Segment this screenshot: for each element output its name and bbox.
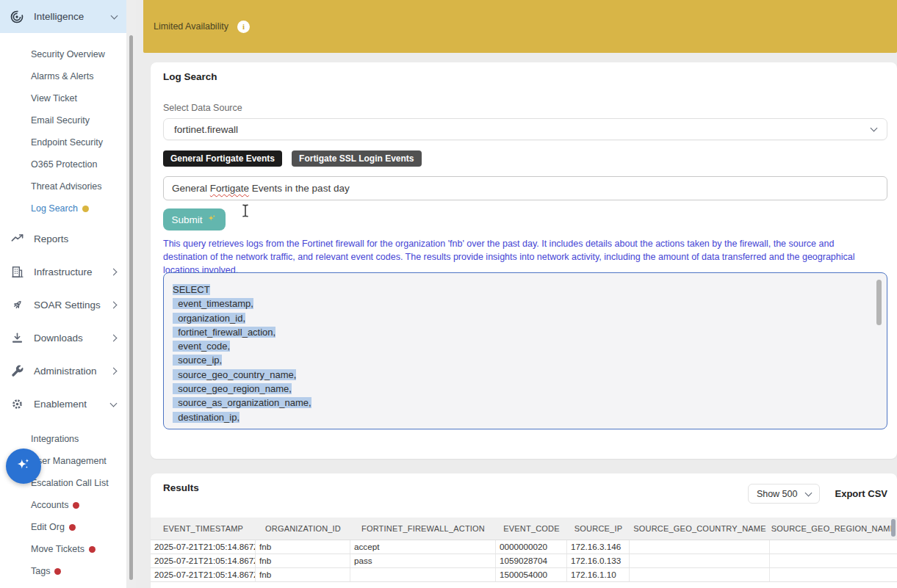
column-header[interactable]: FORTINET_FIREWALL_ACTION — [350, 524, 496, 533]
cell-organization-id: fnb — [256, 568, 350, 581]
intelligence-icon — [10, 10, 24, 24]
table-row[interactable]: 2025-07-21T21:05:14.867Z fnb 1500054000 … — [151, 568, 897, 582]
sidebar-item-downloads[interactable]: Downloads — [0, 322, 126, 355]
sidebar-item-label: Accounts — [31, 500, 68, 510]
sidebar-item-label: Intelligence — [34, 11, 112, 22]
submit-button[interactable]: Submit — [163, 208, 226, 231]
sql-line: organization_id, — [173, 313, 245, 324]
suggested-queries: General Fortigate Events Fortigate SSL L… — [163, 150, 422, 167]
rocket-icon — [10, 298, 24, 312]
cell-source-ip: 172.16.3.146 — [567, 540, 630, 553]
suggestion-fortigate-ssl-login-events[interactable]: Fortigate SSL Login Events — [292, 150, 421, 167]
column-header[interactable]: EVENT_CODE — [496, 524, 567, 533]
table-row-partial[interactable] — [151, 582, 897, 588]
column-header[interactable]: EVENT_TIMESTAMP — [151, 524, 256, 533]
data-source-value: fortinet.firewall — [174, 124, 238, 135]
sidebar-scrollbar[interactable] — [126, 0, 136, 588]
page-size-select[interactable]: Show 500 — [748, 484, 821, 504]
column-header[interactable]: SOURCE_GEO_COUNTRY_NAME — [630, 524, 770, 533]
sidebar-item-user-management[interactable]: User Management — [31, 450, 126, 472]
page-size-value: Show 500 — [757, 489, 798, 499]
info-icon[interactable]: i — [237, 21, 250, 33]
sidebar-item-email-security[interactable]: Email Security — [31, 109, 126, 131]
sidebar-section-label: Reports — [34, 233, 116, 244]
query-text: General — [172, 183, 210, 194]
sql-line: source_as_organization_name, — [173, 397, 311, 408]
sql-line: source_geo_country_name, — [173, 369, 296, 380]
chevron-right-icon — [110, 368, 118, 375]
data-source-label: Select Data Source — [163, 103, 242, 113]
export-csv-button[interactable]: Export CSV — [835, 488, 887, 499]
panel-title: Log Search — [163, 71, 217, 82]
sql-query-box[interactable]: SELECT event_timestamp, organization_id,… — [163, 272, 887, 429]
table-row[interactable]: 2025-07-21T21:05:14.867Z fnb accept 0000… — [151, 540, 897, 554]
chevron-down-icon — [871, 125, 878, 132]
sidebar-item-tags[interactable]: Tags — [31, 560, 126, 582]
chevron-right-icon — [110, 335, 118, 342]
sql-line: event_code, — [173, 341, 230, 352]
sidebar-item-integrations[interactable]: Integrations — [31, 428, 126, 450]
query-input[interactable]: General Fortigate Events in the past day — [163, 176, 887, 200]
column-header[interactable]: SOURCE_GEO_REGION_NAME — [770, 524, 897, 533]
cell-organization-id: fnb — [256, 540, 350, 553]
infrastructure-icon — [10, 265, 24, 279]
sidebar-item-o365-protection[interactable]: O365 Protection — [31, 153, 126, 175]
sidebar-item-endpoint-security[interactable]: Endpoint Security — [31, 131, 126, 153]
chevron-down-icon — [110, 399, 118, 407]
sidebar-item-threat-advisories[interactable]: Threat Advisories — [31, 175, 126, 197]
sidebar-item-enablement[interactable]: Enablement — [0, 388, 126, 421]
chevron-right-icon — [110, 269, 118, 276]
column-header[interactable]: ORGANIZATION_ID — [256, 524, 350, 533]
sidebar-item-escalation-call-list[interactable]: Escalation Call List — [31, 472, 126, 494]
sql-line: source_geo_region_name, — [173, 383, 292, 394]
sidebar-item-move-tickets[interactable]: Move Tickets — [31, 538, 126, 560]
sidebar-item-label: Log Search — [31, 203, 78, 214]
sidebar-item-accounts[interactable]: Accounts — [31, 494, 126, 516]
sidebar-item-infrastructure[interactable]: Infrastructure — [0, 255, 126, 288]
sidebar-item-reports[interactable]: Reports — [0, 222, 126, 255]
suggestion-general-fortigate-events[interactable]: General Fortigate Events — [163, 150, 282, 167]
results-controls: Show 500 Export CSV — [748, 484, 887, 504]
results-title: Results — [163, 482, 199, 493]
sidebar-item-administration[interactable]: Administration — [0, 355, 126, 388]
sparkles-icon — [14, 455, 33, 477]
red-status-dot — [73, 502, 79, 509]
text-cursor — [242, 204, 249, 220]
column-header[interactable]: SOURCE_IP — [567, 524, 630, 533]
table-row[interactable]: 2025-07-21T21:05:14.867Z fnb pass 105902… — [151, 554, 897, 568]
limited-availability-banner: Limited Availability i — [143, 0, 897, 53]
cell-source-ip: 172.16.0.133 — [567, 554, 630, 567]
sidebar-item-intelligence[interactable]: Intelligence — [0, 0, 126, 33]
sparkle-icon — [206, 213, 217, 226]
gear-icon — [10, 397, 24, 411]
cell-organization-id: fnb — [256, 554, 350, 567]
gold-status-dot — [82, 206, 89, 212]
sql-line: event_timestamp, — [173, 298, 253, 309]
cell-firewall-action — [350, 568, 496, 581]
sidebar-item-edit-org[interactable]: Edit Org — [31, 516, 126, 538]
cell-source-ip: 172.16.1.10 — [567, 568, 630, 581]
query-text-misspelled: Fortigate — [210, 183, 249, 194]
sql-scrollbar-thumb[interactable] — [876, 280, 882, 325]
intelligence-submenu: Security Overview Alarms & Alerts View T… — [0, 33, 126, 222]
sidebar-item-soar-settings[interactable]: SOAR Settings — [0, 288, 126, 322]
download-icon — [10, 331, 24, 345]
cell-source-geo-region — [770, 554, 897, 567]
sidebar-item-cpa-management[interactable]: CPA Management — [31, 582, 126, 588]
table-scrollbar-thumb[interactable] — [891, 519, 896, 537]
ai-assistant-button[interactable] — [6, 449, 41, 484]
sidebar-section-label: Administration — [34, 366, 111, 377]
sidebar-item-view-ticket[interactable]: View Ticket — [31, 87, 126, 109]
table-header-row: EVENT_TIMESTAMP ORGANIZATION_ID FORTINET… — [151, 518, 897, 540]
reports-icon — [10, 232, 24, 246]
sidebar-item-log-search[interactable]: Log Search — [31, 197, 126, 219]
data-source-select[interactable]: fortinet.firewall — [163, 118, 887, 140]
sidebar-item-alarms-alerts[interactable]: Alarms & Alerts — [31, 65, 126, 87]
sidebar-item-security-overview[interactable]: Security Overview — [31, 43, 126, 65]
sidebar-item-label: Edit Org — [31, 522, 65, 532]
query-description: This query retrieves logs from the Forti… — [163, 237, 868, 277]
chevron-right-icon — [110, 302, 118, 309]
sidebar-scrollbar-thumb[interactable] — [129, 35, 133, 580]
cell-source-geo-country — [630, 540, 770, 553]
banner-label: Limited Availability — [154, 21, 228, 32]
